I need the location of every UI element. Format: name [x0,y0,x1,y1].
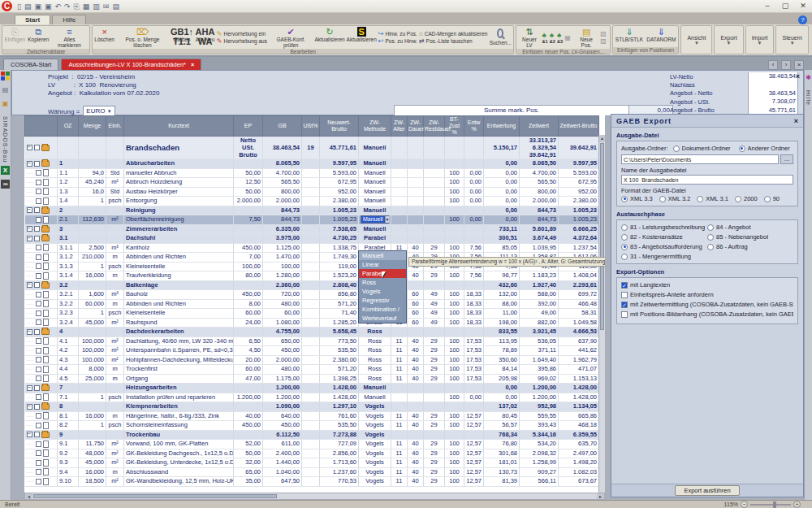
radio-exchange-phase[interactable]: 83 - Angebotsaufforderung [621,243,707,250]
ribbon-button-löschen[interactable]: ×Löschen [93,26,115,49]
ribbon-button-hinw-zu-pos-[interactable]: ↪Hinw. zu Pos. [378,30,418,37]
radio-output-folder[interactable]: Dokument-Ordner [673,145,731,152]
row-checkbox[interactable] [36,189,41,194]
chevron-down-icon[interactable]: ▼ [385,216,390,223]
checkbox-export-option[interactable]: Einheitspreis-Anteile anfordern [621,291,793,298]
dropdown-item[interactable]: Manuell [359,251,406,260]
row-checkbox[interactable] [36,469,41,475]
radio-gaeb-format[interactable]: XML 3.1 [697,195,728,202]
help-icon[interactable]: ? [798,15,807,24]
scroll-left-icon[interactable]: ◄ [25,493,32,499]
table-row[interactable]: ···8.116,000mHängerinne, halbr., 6-tlg./… [25,411,599,421]
radio-exchange-phase[interactable]: 81 - Leistungsbeschreibung [621,224,707,231]
ribbon-button-hervorhebung-ein[interactable]: ✎Hervorhebung ein [216,30,268,37]
table-row[interactable]: ···2.1112,630m²Oberflächenreinigung7,508… [25,215,599,225]
column-header[interactable]: Entw % [464,116,484,137]
open-folder-icon[interactable]: ▤ [24,1,32,12]
radio-exchange-phase[interactable]: 85 - Nebenangebot [707,233,793,241]
ribbon-button-alt-neu[interactable]: AHAWAAlt-/Neu [194,26,216,49]
row-checkbox[interactable] [36,367,41,372]
expander-icon[interactable]: − [27,236,32,241]
expander-icon[interactable]: − [27,404,32,410]
row-checkbox[interactable] [36,254,41,260]
radio-gaeb-format[interactable]: XML 3.2 [659,195,691,202]
table-row[interactable]: ···4.525,000mOrtgang47,001.175,001.398,2… [25,374,599,384]
table-row[interactable]: −4Dachdeckerarbeiten4.755,005.658,45Ross… [25,328,599,337]
zw-method-combobox[interactable]: Manuell▼ [361,215,389,224]
chart-icon[interactable]: ▥ [93,1,100,12]
table-row[interactable]: ···3.2.445,000m²Rauhspund24,001.080,001.… [25,318,599,328]
row-checkbox[interactable] [36,394,41,400]
column-header[interactable]: GB [263,116,302,137]
table-row[interactable]: ···1.194,0Stdmanueller Abbruch50,004.700… [25,168,599,178]
new-document-icon[interactable]: ▯ [17,1,21,12]
table-row[interactable]: −3.1Dachstuhl3.975,004.730,25Parabel300,… [25,234,599,244]
row-checkbox[interactable] [34,161,40,167]
table-row[interactable]: −1Abbrucharbeiten8.065,509.597,95Manuell… [25,159,599,169]
radio-gaeb-format[interactable]: XML 3.3 [621,195,653,202]
table-row[interactable]: ···3.2.11,600m³Bauholz450,00720,00856,80… [25,290,599,300]
ribbon-button-cad-mengen-aktualisieren[interactable]: ⌂CAD-Mengen aktualisieren [418,30,489,37]
expander-icon[interactable]: − [27,226,32,232]
ribbon-menu-import[interactable]: Import▼ [747,26,773,54]
row-checkbox[interactable] [36,319,41,325]
dropdown-item[interactable]: Parabel [359,269,406,278]
ribbon-button-icon[interactable]: ♣ [542,32,549,39]
catalog-icon[interactable]: ▤ [1,85,10,94]
column-header[interactable]: Neuwert- Brutto [320,116,359,137]
scrollbar-thumb[interactable] [33,494,277,498]
checkbox-export-option[interactable]: mit Positions-Bildanhang (COSOBA-Zusatzd… [621,310,793,318]
radio-exchange-phase[interactable]: 84 - Angebot [707,224,793,231]
ribbon-button-stlb-stlk[interactable]: ⇓STLB/STLK [614,26,645,47]
ribbon-button-neuer-lv[interactable]: ⇅Neuer LV [517,26,541,49]
table-row[interactable]: ···4.48,000mTrockenfirst60,00480,00571,2… [25,365,599,375]
save-icon[interactable]: ▣ [34,1,41,12]
column-header[interactable]: Zeitwert-Brutto [559,116,599,137]
row-checkbox[interactable] [36,460,41,466]
table-row[interactable]: ···9.345,000m²GK-Bekleidung, Unterdecke,… [25,458,599,468]
table-row[interactable]: ···8.21pschSchornsteineinfassung450,0045… [25,421,599,431]
browse-button[interactable]: ... [780,154,793,164]
table-row[interactable]: −7Heizungsarbeiten1.200,001.428,00Manuel… [25,384,599,393]
column-header[interactable] [25,116,58,137]
column-header[interactable]: Kurztext [124,116,234,137]
print-icon[interactable]: ▤ [112,1,119,12]
ribbon-button-einfügen[interactable]: ⎘Einfügen [3,26,27,49]
column-header[interactable]: Entwertung [484,116,520,137]
row-checkbox[interactable] [34,329,40,335]
app-grid-icon[interactable] [1,72,10,80]
row-checkbox[interactable] [34,385,40,391]
sirados-vertical-label[interactable]: SIRADOS-Bau [2,116,8,163]
radio-gaeb-format[interactable]: 90 [764,195,780,202]
ribbon-menu-steuern[interactable]: Steuern▼ [777,26,807,54]
dropdown-item[interactable]: Linear [359,260,406,269]
radio-output-folder[interactable]: Anderer Ordner [739,145,790,152]
row-checkbox[interactable] [36,338,41,344]
column-header[interactable]: ZW- Restdauer [424,116,445,137]
close-icon[interactable]: × [794,117,798,125]
mail-icon[interactable]: ✉ [103,1,110,12]
row-checkbox[interactable] [34,432,40,437]
radio-exchange-phase[interactable]: 82 - Kostenansätze [621,233,707,241]
undo-icon[interactable]: ↶ [55,1,62,12]
column-header[interactable]: ZW-Methode [359,116,391,137]
zoom-in-icon[interactable]: + [793,501,801,508]
table-row[interactable]: −9Trockenbau6.112,507.273,88Vogels768,34… [25,430,599,440]
expander-icon[interactable]: − [27,207,32,213]
checkbox-export-option[interactable]: ✓mit Langtexten [621,281,793,289]
scroll-up-icon[interactable]: ▲ [599,135,605,142]
excel-export-icon[interactable]: X [1,166,10,175]
column-header[interactable]: EP [234,116,263,137]
maximize-button[interactable]: ▢ [776,0,794,12]
ribbon-button-icon[interactable]: &2 [549,39,556,44]
radio-gaeb-format[interactable]: 2000 [735,195,758,202]
save-all-icon[interactable]: ▣ [45,1,52,12]
table-row[interactable]: −BrandschadenNetto USt. Brutto38.463,541… [25,137,599,159]
table-row[interactable]: −2Reinigung844,731.005,23Manuell0,00844,… [25,206,599,215]
row-checkbox[interactable] [36,170,41,176]
row-checkbox[interactable] [36,376,41,381]
binoculars-icon[interactable]: ∞ [1,180,10,189]
row-checkbox[interactable] [36,180,41,185]
row-checkbox[interactable] [36,198,41,204]
ribbon-button-pos-liste-tauschen[interactable]: ⇄Pos.-Liste tauschen [418,37,489,45]
